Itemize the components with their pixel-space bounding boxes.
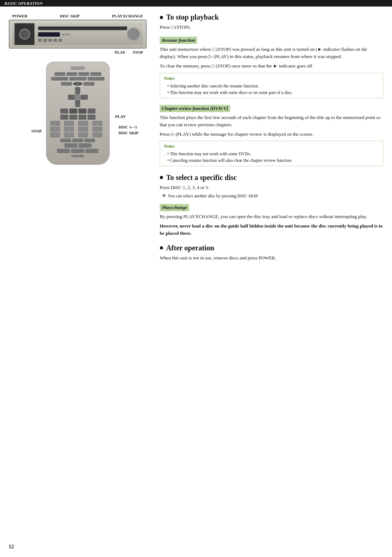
section2-title: To select a specific disc bbox=[160, 173, 383, 182]
left-column: POWER DISC SKIP PLAYXCHANGE bbox=[0, 10, 152, 267]
remote-disc-label: DISC 1—5DISC SKIP bbox=[119, 124, 139, 136]
label-stop: STOP bbox=[132, 50, 143, 54]
label-power: POWER bbox=[12, 14, 28, 18]
remote-num-1: 1 bbox=[50, 121, 60, 126]
remote-btn-disc3 bbox=[85, 149, 98, 153]
remote-btn-disc1 bbox=[57, 149, 70, 153]
remote-btn-next bbox=[87, 115, 95, 120]
notes2-item1: This function may not work with some DVD… bbox=[167, 151, 379, 157]
remote-num-5: 5 bbox=[50, 127, 60, 132]
remote-btn-disc2 bbox=[71, 149, 84, 153]
device-top-labels: POWER DISC SKIP PLAYXCHANGE bbox=[9, 14, 147, 20]
remote-btn-ch-next bbox=[78, 115, 86, 120]
resume-heading: Resume function bbox=[160, 37, 197, 44]
tip-line: ✳ You can select another disc by pressin… bbox=[162, 193, 383, 199]
device-bottom-labels: PLAY STOP bbox=[9, 49, 147, 54]
remote-num-7: 7 bbox=[78, 127, 88, 132]
header-label: BASIC OPERATION bbox=[4, 1, 43, 5]
remote-btn-osd bbox=[78, 143, 91, 148]
notes1-item1: Selecting another disc cancels the resum… bbox=[167, 83, 379, 89]
remote-btn-pause bbox=[87, 108, 95, 114]
playxchange-body: By pressing PLAYXCHANGE, you can open th… bbox=[160, 213, 383, 220]
remote-btn-repeat bbox=[66, 72, 77, 76]
tip-icon: ✳ bbox=[162, 193, 166, 198]
remote-btn-stop bbox=[69, 108, 77, 114]
remote-btn-A: A bbox=[73, 82, 82, 86]
section3-body: When this unit is not in use, remove dis… bbox=[160, 254, 383, 262]
chapter-heading: Chapter review function [DVD-V] bbox=[160, 105, 230, 112]
section1-intro: Press □ (STOP). bbox=[160, 24, 383, 31]
chapter-body1: This function plays the first few second… bbox=[160, 114, 383, 128]
section2-intro: Press DISC 1, 2, 3, 4 or 5. bbox=[160, 184, 383, 191]
remote-num-0: 0 bbox=[64, 132, 74, 138]
remote-btn-audio bbox=[69, 77, 86, 81]
label-disc-skip: DISC SKIP bbox=[60, 14, 80, 18]
remote-control: A bbox=[46, 62, 110, 165]
remote-btn-random bbox=[90, 72, 101, 76]
remote-btn-ch-prev bbox=[69, 115, 77, 120]
device-left-panel bbox=[15, 23, 34, 45]
remote-btn-playmode bbox=[54, 72, 65, 76]
remote-btn-angle bbox=[87, 77, 105, 81]
chapter-body2: Press ▷ (PLAY) while the message for cha… bbox=[160, 131, 383, 138]
remote-btn-disc-menu bbox=[83, 82, 94, 86]
remote-brand: YAMAHA bbox=[50, 155, 106, 158]
playxchange-heading: Playxchange bbox=[160, 204, 189, 211]
notes2-item2: Canceling resume function will also clea… bbox=[167, 157, 379, 164]
remote-btn-play bbox=[78, 108, 86, 114]
tip-text: You can select another disc by pressing … bbox=[168, 193, 258, 199]
remote-btn-ab bbox=[78, 72, 89, 76]
resume-body2: To clear the memory, press □ (STOP) once… bbox=[160, 62, 383, 70]
section-after-operation: After operation When this unit is not in… bbox=[160, 244, 383, 262]
resume-body1: This unit memorizes where □ (STOP) was p… bbox=[160, 46, 383, 60]
remote-num-6: 6 bbox=[64, 127, 74, 132]
section3-title: After operation bbox=[160, 244, 383, 252]
page-number: 12 bbox=[9, 544, 14, 550]
remote-num-clear bbox=[78, 132, 88, 138]
remote-btn-top bbox=[61, 82, 72, 86]
remote-num-3: 3 bbox=[78, 121, 88, 126]
remote-btn-prev-chapter bbox=[60, 108, 68, 114]
remote-btn-prev bbox=[60, 115, 68, 120]
dvd-player-device bbox=[9, 20, 147, 49]
remote-btn-subtitle bbox=[51, 77, 68, 81]
right-column: To stop playback Press □ (STOP). Resume … bbox=[152, 10, 392, 267]
remote-btn-page bbox=[84, 139, 95, 142]
notes-box-2: Notes This function may not work with so… bbox=[160, 141, 383, 166]
label-playxchange: PLAYXCHANGE bbox=[112, 14, 143, 18]
section1-title: To stop playback bbox=[160, 13, 383, 21]
remote-area: STOP PLAY DISC 1—5DISC SKIP bbox=[9, 62, 147, 165]
remote-play-label: PLAY bbox=[115, 114, 126, 119]
notes1-title: Notes bbox=[164, 75, 379, 81]
remote-num-2: 2 bbox=[64, 121, 74, 126]
remote-num-enter bbox=[92, 132, 102, 138]
notes2-title: Notes bbox=[164, 143, 379, 149]
label-play: PLAY bbox=[115, 50, 126, 54]
remote-btn-group bbox=[72, 139, 83, 142]
remote-num-9: 9 bbox=[50, 132, 60, 138]
remote-btn-setup bbox=[64, 143, 77, 148]
remote-num-4: 4 bbox=[92, 121, 102, 126]
section-select-disc: To select a specific disc Press DISC 1, … bbox=[160, 173, 383, 237]
playxchange-bold: However, never load a disc on the guide … bbox=[160, 222, 383, 237]
notes-box-1: Notes Selecting another disc cancels the… bbox=[160, 73, 383, 98]
header-bar: BASIC OPERATION bbox=[0, 0, 392, 7]
remote-btn-videoout bbox=[60, 139, 71, 142]
notes1-item2: This function may not work with some dis… bbox=[167, 89, 379, 96]
remote-stop-label: STOP bbox=[32, 129, 42, 133]
remote-num-8: 8 bbox=[92, 127, 102, 132]
section-stop-playback: To stop playback Press □ (STOP). Resume … bbox=[160, 13, 383, 166]
remote-nav-cross bbox=[68, 87, 88, 107]
remote-num-grid: 1 2 3 4 5 6 7 8 9 0 bbox=[50, 121, 106, 138]
